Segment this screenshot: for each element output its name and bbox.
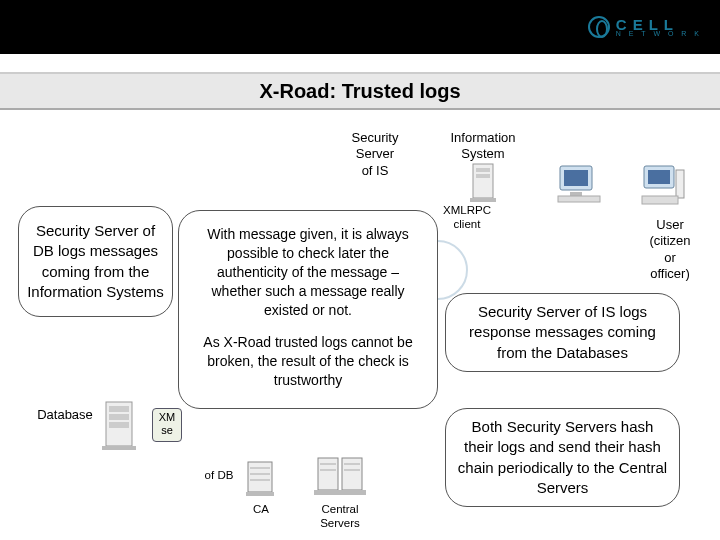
svg-rect-24 [558, 196, 600, 202]
ca-server-icon [246, 460, 274, 498]
svg-rect-3 [109, 422, 129, 428]
svg-rect-20 [470, 198, 496, 202]
label-user: User(citizenorofficer) [640, 217, 700, 282]
label-central-servers: CentralServers [310, 502, 370, 531]
svg-rect-22 [564, 170, 588, 186]
svg-rect-19 [476, 174, 490, 178]
label-of-db: of DB [198, 468, 240, 482]
bubble-right-top: Security Server of IS logs response mess… [445, 293, 680, 372]
label-security-server-of-is: SecurityServerof IS [340, 130, 410, 179]
xmlrpc-server-box: XMse [152, 408, 182, 442]
svg-rect-11 [342, 458, 362, 490]
bubble-center-p1: With message given, it is always possibl… [195, 225, 421, 319]
svg-rect-26 [648, 170, 670, 184]
server-icon [100, 400, 138, 452]
bubble-center-p2: As X-Road trusted logs cannot be broken,… [195, 333, 421, 390]
svg-rect-2 [109, 414, 129, 420]
top-bar: CELL N E T W O R K [0, 0, 720, 54]
logo: CELL N E T W O R K [588, 16, 702, 38]
label-information-system: InformationSystem [438, 130, 528, 163]
user-pc-icon [638, 162, 688, 208]
svg-rect-5 [248, 462, 272, 492]
label-ca: CA [248, 502, 274, 516]
diagram-canvas: SecurityServerof IS InformationSystem XM… [0, 110, 720, 540]
svg-rect-27 [676, 170, 684, 198]
bubble-right-bottom: Both Security Servers hash their logs an… [445, 408, 680, 507]
svg-rect-28 [642, 196, 678, 204]
svg-rect-1 [109, 406, 129, 412]
label-database: Database [30, 407, 100, 423]
globe-icon [588, 16, 610, 38]
label-xmlrpc-client: XMLRPCclient [436, 203, 498, 232]
page-title: X-Road: Trusted logs [259, 80, 460, 103]
bubble-left: Security Server of DB logs messages comi… [18, 206, 173, 317]
svg-rect-23 [570, 192, 582, 196]
svg-rect-16 [314, 490, 366, 495]
svg-rect-9 [246, 492, 274, 496]
svg-rect-4 [102, 446, 136, 450]
central-servers-icon [314, 454, 366, 498]
bubble-center: With message given, it is always possibl… [178, 210, 438, 409]
svg-rect-18 [476, 168, 490, 172]
logo-subtext: N E T W O R K [616, 30, 702, 37]
title-band: X-Road: Trusted logs [0, 72, 720, 110]
is-server-icon [468, 162, 498, 204]
monitor-icon [556, 162, 602, 204]
svg-rect-10 [318, 458, 338, 490]
